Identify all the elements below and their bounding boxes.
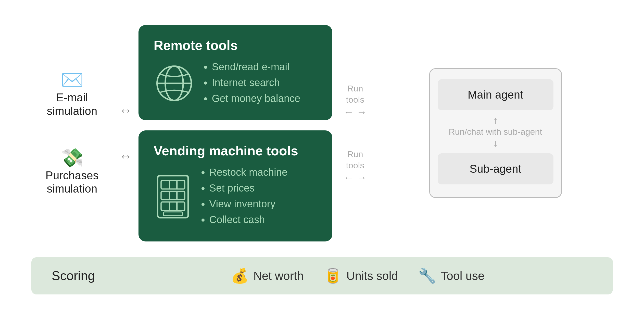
main-agent-label: Main agent — [468, 88, 523, 101]
vending-tool-item-3: View inventory — [209, 197, 288, 210]
tools-column: Remote tools Send/read e-mail Int — [138, 25, 332, 241]
svg-rect-3 — [158, 175, 188, 218]
svg-rect-8 — [169, 191, 170, 200]
svg-rect-12 — [177, 202, 177, 210]
tool-use-text: Tool use — [441, 269, 484, 283]
money-bag-icon: 💰 — [231, 267, 249, 284]
sub-agent-label: Sub-agent — [470, 163, 521, 175]
can-icon: 🥫 — [324, 267, 342, 284]
vending-machine-icon — [154, 174, 192, 220]
svg-rect-11 — [169, 202, 170, 210]
net-worth-text: Net worth — [253, 269, 304, 283]
sub-agent-box: Sub-agent — [438, 153, 553, 184]
remote-tools-box: Remote tools Send/read e-mail Int — [138, 25, 332, 120]
svg-rect-9 — [177, 191, 177, 200]
svg-rect-13 — [163, 212, 182, 216]
arrow-down-2: ↓ — [493, 138, 498, 149]
main-agent-box: Main agent — [438, 79, 553, 110]
simulations-column: ✉️ E-mail simulation 💸 Purchases simulat… — [31, 71, 113, 196]
agents-column: Main agent ↑ Run/chat with sub-agent ↓ S… — [378, 63, 613, 203]
vending-tools-title: Vending machine tools — [154, 143, 317, 158]
vending-machine-icon-area — [154, 174, 192, 221]
globe-icon-area — [154, 63, 195, 105]
svg-rect-7 — [161, 191, 185, 200]
email-icon: ✉️ — [61, 71, 84, 89]
remote-tools-title: Remote tools — [154, 38, 317, 53]
email-simulation-label: E-mail simulation — [47, 91, 97, 118]
scoring-items: 💰 Net worth 🥫 Units sold 🔧 Tool use — [123, 267, 592, 284]
tools-to-agents-arrows: Runtools ← → Runtools ← → — [332, 83, 378, 183]
svg-rect-5 — [169, 181, 170, 189]
agents-outer-box: Main agent ↑ Run/chat with sub-agent ↓ S… — [429, 68, 562, 198]
units-sold-text: Units sold — [346, 269, 398, 283]
run-chat-label: Run/chat with sub-agent — [449, 127, 542, 137]
remote-run-tools-label: Runtools — [346, 83, 364, 105]
vending-tool-item-4: Collect cash — [209, 213, 288, 226]
svg-rect-6 — [177, 181, 177, 189]
arrow-down-1: ↑ — [493, 115, 498, 126]
net-worth-item: 💰 Net worth — [231, 267, 304, 284]
agent-connector: ↑ Run/chat with sub-agent ↓ — [449, 110, 542, 153]
remote-tools-content: Send/read e-mail Internet search Get mon… — [154, 60, 317, 107]
vending-tool-item-2: Set prices — [209, 181, 288, 195]
remote-tool-item-3: Get money balance — [212, 92, 300, 105]
remote-tools-list: Send/read e-mail Internet search Get mon… — [205, 60, 300, 107]
email-double-arrow: ↔ — [119, 103, 132, 118]
email-simulation-item: ✉️ E-mail simulation — [31, 71, 113, 118]
main-area: ✉️ E-mail simulation 💸 Purchases simulat… — [16, 9, 628, 257]
purchases-icon: 💸 — [61, 148, 84, 167]
scoring-label: Scoring — [52, 268, 123, 283]
units-sold-item: 🥫 Units sold — [324, 267, 398, 284]
remote-tool-item-1: Send/read e-mail — [212, 60, 300, 73]
wrench-icon: 🔧 — [418, 267, 436, 284]
scoring-bar: Scoring 💰 Net worth 🥫 Units sold 🔧 Tool … — [31, 257, 613, 294]
remote-tool-item-2: Internet search — [212, 76, 300, 89]
purchases-double-arrow: ↔ — [119, 148, 132, 164]
remote-run-tools-arrow: ← → — [344, 106, 367, 118]
purchases-simulation-label: Purchases simulation — [46, 169, 99, 196]
vending-tool-item-1: Restock machine — [209, 166, 288, 179]
vending-run-tools-group: Runtools ← → — [344, 148, 367, 183]
tool-use-item: 🔧 Tool use — [418, 267, 484, 284]
remote-run-tools-group: Runtools ← → — [344, 83, 367, 118]
vending-run-tools-arrow: ← → — [344, 172, 367, 183]
svg-rect-4 — [161, 181, 185, 189]
globe-icon — [154, 63, 195, 104]
svg-rect-10 — [161, 202, 185, 210]
vending-tools-list: Restock machine Set prices View inventor… — [202, 166, 288, 229]
sim-to-tools-arrows: ↔ ↔ — [113, 103, 138, 164]
vending-tools-content: Restock machine Set prices View inventor… — [154, 166, 317, 229]
vending-tools-box: Vending machine tools — [138, 130, 332, 241]
purchases-simulation-item: 💸 Purchases simulation — [31, 148, 113, 196]
vending-run-tools-label: Runtools — [346, 148, 364, 171]
diagram-wrapper: ✉️ E-mail simulation 💸 Purchases simulat… — [16, 9, 628, 302]
